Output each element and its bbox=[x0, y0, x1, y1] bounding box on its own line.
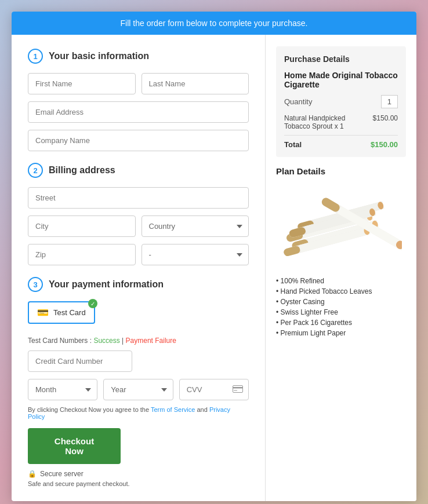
section2-title: Billing address bbox=[49, 165, 115, 176]
company-row bbox=[28, 130, 249, 151]
secure-server: 🔒 Secure server bbox=[28, 470, 249, 478]
plan-details-title: Plan Details bbox=[276, 166, 406, 176]
top-banner: Fill the order form below to complete yo… bbox=[12, 12, 416, 35]
section3-header: 3 Your payment information bbox=[28, 277, 249, 292]
failure-link[interactable]: Payment Failure bbox=[126, 337, 176, 345]
cc-input[interactable] bbox=[28, 350, 132, 372]
plan-feature-item: 100% Refined bbox=[276, 277, 406, 285]
plan-feature-item: Premium Light Paper bbox=[276, 329, 406, 337]
safe-text: Safe and secure payment checkout. bbox=[28, 480, 249, 487]
item-price: $150.00 bbox=[373, 114, 398, 130]
last-name-input[interactable] bbox=[142, 73, 249, 94]
section1-number: 1 bbox=[28, 49, 43, 64]
zip-input[interactable] bbox=[28, 244, 136, 265]
total-label: Total bbox=[284, 140, 302, 149]
checkout-button[interactable]: Checkout Now bbox=[28, 428, 121, 464]
company-input[interactable] bbox=[28, 130, 249, 151]
plan-feature-item: Hand Picked Tobacco Leaves bbox=[276, 287, 406, 295]
email-input[interactable] bbox=[28, 101, 249, 123]
svg-rect-12 bbox=[283, 245, 301, 257]
street-input[interactable] bbox=[28, 187, 249, 209]
year-select[interactable]: Year 2024 2025 2026 2027 2028 bbox=[103, 379, 173, 400]
plan-feature-item: Swiss Lighter Free bbox=[276, 308, 406, 316]
total-price: $150.00 bbox=[371, 140, 398, 149]
cigarette-image bbox=[276, 183, 406, 270]
street-row bbox=[28, 187, 249, 209]
section2-header: 2 Billing address bbox=[28, 163, 249, 178]
terms-and: and bbox=[197, 406, 209, 413]
test-card-area: 💳 Test Card ✓ bbox=[28, 301, 249, 331]
section2-container: 2 Billing address bbox=[28, 163, 249, 178]
section3-container: 3 Your payment information bbox=[28, 277, 249, 292]
check-icon: ✓ bbox=[88, 299, 97, 308]
month-select-wrap: Month 01 02 03 04 05 06 07 08 09 10 11 1… bbox=[28, 379, 97, 400]
test-card-label: Test Card bbox=[53, 308, 86, 317]
plan-feature-item: Per Pack 16 Cigarettes bbox=[276, 319, 406, 327]
purchase-details-box: Purchase Details Home Made Original Toba… bbox=[276, 46, 406, 157]
zip-state-row: - bbox=[28, 244, 249, 265]
section1-header: 1 Your basic information bbox=[28, 49, 249, 64]
product-name: Home Made Original Tobacco Cigarette bbox=[284, 71, 398, 89]
test-card-button[interactable]: 💳 Test Card ✓ bbox=[28, 301, 95, 324]
banner-text: Fill the order form below to complete yo… bbox=[121, 19, 308, 28]
test-card-numbers: Test Card Numbers : Success | Payment Fa… bbox=[28, 337, 249, 345]
tos-link[interactable]: Term of Service bbox=[151, 406, 195, 413]
purchase-details-title: Purchase Details bbox=[284, 54, 398, 64]
left-panel: 1 Your basic information 2 Bi bbox=[12, 35, 266, 501]
city-input[interactable] bbox=[28, 216, 136, 237]
terms-text: By clicking Checkout Now you agree to th… bbox=[28, 406, 249, 420]
section2-number: 2 bbox=[28, 163, 43, 178]
month-select[interactable]: Month 01 02 03 04 05 06 07 08 09 10 11 1… bbox=[28, 379, 97, 400]
lock-icon: 🔒 bbox=[28, 470, 37, 478]
cc-row bbox=[28, 350, 249, 372]
section1-title: Your basic information bbox=[49, 51, 149, 61]
quantity-label: Quantity bbox=[284, 97, 312, 106]
first-name-input[interactable] bbox=[28, 73, 136, 94]
item-label: Natural Handpicked Tobacco Sprout x 1 bbox=[284, 114, 373, 130]
card-icon: 💳 bbox=[37, 307, 49, 318]
svg-rect-1 bbox=[233, 387, 243, 389]
name-row bbox=[28, 73, 249, 94]
section3-number: 3 bbox=[28, 277, 43, 292]
email-row bbox=[28, 101, 249, 123]
svg-rect-24 bbox=[320, 196, 341, 213]
divider: | bbox=[122, 337, 124, 345]
payment-details-row: Month 01 02 03 04 05 06 07 08 09 10 11 1… bbox=[28, 379, 249, 400]
success-link[interactable]: Success bbox=[93, 337, 119, 345]
quantity-row: Quantity 1 bbox=[284, 95, 398, 108]
plan-features-list: 100% RefinedHand Picked Tobacco LeavesOy… bbox=[276, 277, 406, 337]
section3-title: Your payment information bbox=[49, 279, 164, 290]
plan-details: Plan Details bbox=[276, 166, 406, 337]
content-area: 1 Your basic information 2 Bi bbox=[12, 35, 416, 501]
right-panel: Purchase Details Home Made Original Toba… bbox=[266, 35, 416, 501]
country-select[interactable]: Country United States United Kingdom Can… bbox=[142, 216, 249, 237]
test-card-prefix: Test Card Numbers : bbox=[28, 337, 93, 345]
svg-rect-0 bbox=[233, 386, 242, 393]
quantity-value: 1 bbox=[381, 95, 398, 108]
cigarette-svg bbox=[280, 185, 402, 269]
year-select-wrap: Year 2024 2025 2026 2027 2028 bbox=[103, 379, 173, 400]
main-container: Fill the order form below to complete yo… bbox=[12, 12, 416, 501]
cvv-wrap bbox=[179, 379, 249, 400]
plan-feature-item: Oyster Casing bbox=[276, 298, 406, 306]
item-row: Natural Handpicked Tobacco Sprout x 1 $1… bbox=[284, 114, 398, 130]
total-row: Total $150.00 bbox=[284, 135, 398, 149]
svg-rect-2 bbox=[234, 390, 237, 391]
secure-label: Secure server bbox=[40, 470, 84, 478]
terms-prefix: By clicking Checkout Now you agree to th… bbox=[28, 406, 151, 413]
cvv-card-icon bbox=[233, 385, 243, 395]
state-select[interactable]: - bbox=[142, 244, 249, 265]
city-country-row: Country United States United Kingdom Can… bbox=[28, 216, 249, 237]
